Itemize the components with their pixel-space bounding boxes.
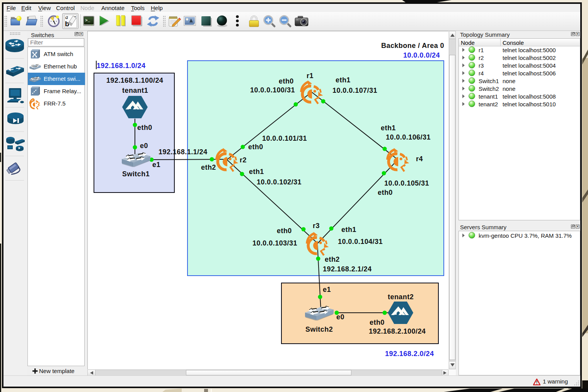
svg-text:>_: >_	[85, 18, 90, 23]
